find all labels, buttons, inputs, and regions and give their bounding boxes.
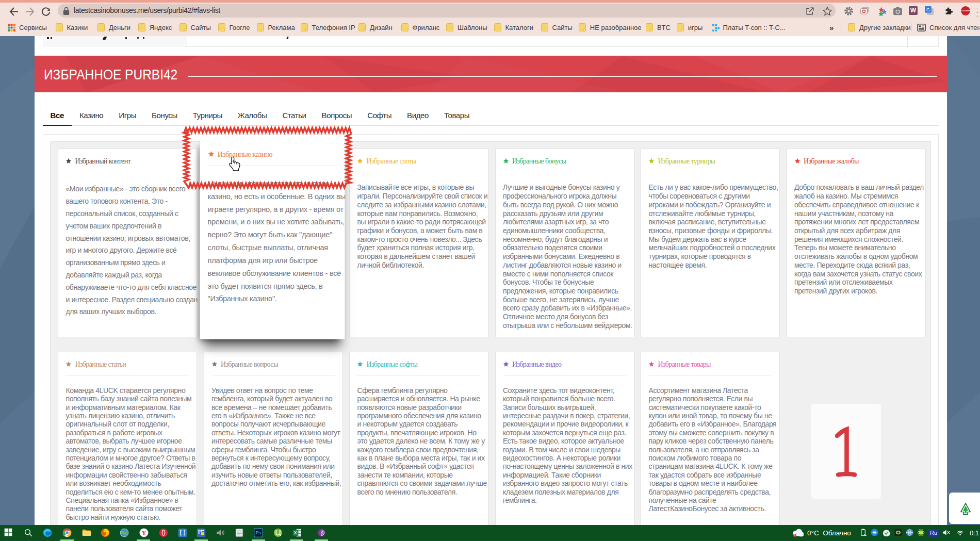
svg-text:G: G (926, 7, 930, 12)
svg-text:Ps: Ps (256, 531, 262, 535)
svg-text:!: ! (794, 534, 795, 537)
svg-text:Y: Y (142, 530, 146, 536)
svg-text:X: X (294, 530, 297, 535)
